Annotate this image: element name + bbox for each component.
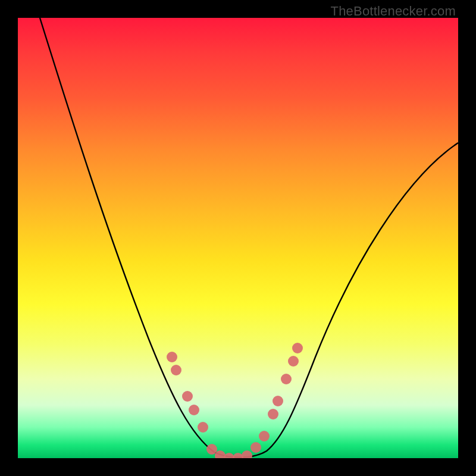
- svg-point-10: [250, 442, 261, 453]
- svg-point-14: [281, 374, 292, 384]
- svg-point-3: [189, 405, 199, 415]
- svg-point-4: [198, 422, 208, 433]
- svg-point-11: [259, 431, 270, 441]
- chart-frame: TheBottlenecker.com: [0, 0, 476, 476]
- svg-point-16: [292, 343, 303, 353]
- svg-point-13: [273, 396, 283, 406]
- bottleneck-curve-path: [40, 18, 458, 458]
- svg-point-12: [268, 409, 278, 419]
- svg-point-5: [206, 444, 217, 455]
- svg-point-0: [167, 352, 177, 362]
- svg-point-1: [171, 365, 181, 375]
- scatter-points: [167, 343, 303, 458]
- bottleneck-curve-svg: [18, 18, 458, 458]
- svg-point-2: [182, 391, 193, 402]
- svg-point-15: [288, 356, 299, 367]
- svg-point-9: [242, 450, 252, 458]
- watermark-text: TheBottlenecker.com: [331, 4, 456, 19]
